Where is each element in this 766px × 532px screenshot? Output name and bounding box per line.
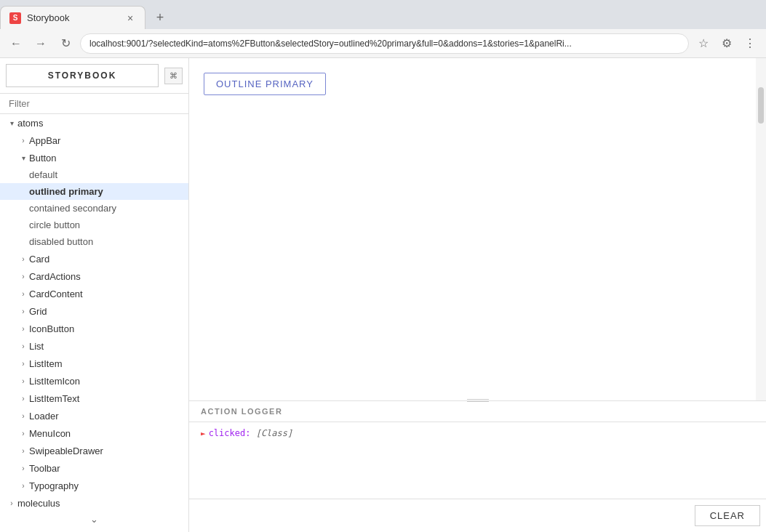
- sidebar-item-button[interactable]: ▾ Button: [0, 149, 188, 166]
- back-button[interactable]: ←: [6, 33, 26, 54]
- chevron-right-icon: ›: [17, 288, 29, 299]
- list-item-label: ListItem: [29, 358, 63, 369]
- sidebar-item-loader[interactable]: › Loader: [0, 407, 188, 424]
- toolbar-label: Toolbar: [29, 463, 60, 474]
- sidebar-item-list-item-text[interactable]: › ListItemText: [0, 390, 188, 407]
- default-story-label: default: [29, 169, 57, 180]
- scrollbar-thumb[interactable]: [758, 87, 764, 124]
- sidebar-item-card-content[interactable]: › CardContent: [0, 285, 188, 302]
- action-entry: ► clicked: [Class]: [201, 428, 754, 438]
- browser-window: S Storybook × + ← → ↻ localhost:9001/?se…: [0, 0, 766, 532]
- sidebar-item-card[interactable]: › Card: [0, 250, 188, 267]
- grid-label: Grid: [29, 306, 47, 317]
- sidebar-item-list-item-icon[interactable]: › ListItemIcon: [0, 372, 188, 390]
- atoms-label: atoms: [17, 118, 43, 129]
- chevron-right-icon: ›: [17, 375, 29, 387]
- tab-close-button[interactable]: ×: [124, 12, 136, 24]
- chevron-right-icon: ›: [17, 323, 29, 334]
- chevron-right-icon: ›: [17, 427, 29, 439]
- chevron-right-icon: ›: [6, 497, 17, 509]
- sidebar-item-swipeable-drawer[interactable]: › SwipeableDrawer: [0, 442, 188, 459]
- sidebar-item-grid[interactable]: › Grid: [0, 302, 188, 320]
- action-text: clicked: [Class]: [209, 428, 293, 438]
- scroll-down-indicator: ⌄: [0, 512, 188, 526]
- main-panel: OUTLINE PRIMARY ACTION LOGGER ►: [189, 58, 766, 532]
- chevron-right-icon: ›: [17, 445, 29, 456]
- app-body: STORYBOOK ⌘ ▾ atoms › AppBar: [0, 58, 766, 532]
- forward-button[interactable]: →: [31, 33, 51, 54]
- sidebar-header: STORYBOOK ⌘: [0, 58, 188, 94]
- vertical-scrollbar[interactable]: [756, 58, 766, 400]
- action-class: [Class]: [256, 428, 293, 438]
- chevron-down-icon: ▾: [6, 117, 17, 129]
- sidebar-item-typography[interactable]: › Typography: [0, 477, 188, 494]
- chevron-right-icon: ›: [17, 462, 29, 474]
- swipeable-drawer-label: SwipeableDrawer: [29, 446, 103, 456]
- sidebar-item-circle-button[interactable]: circle button: [0, 217, 188, 233]
- sidebar-item-default[interactable]: default: [0, 166, 188, 183]
- action-arrow-icon: ►: [201, 429, 206, 438]
- panel-divider: [189, 400, 766, 401]
- address-bar[interactable]: localhost:9001/?selectedKind=atoms%2FBut…: [80, 33, 689, 54]
- action-logger-footer: CLEAR: [189, 499, 766, 532]
- sidebar-item-toolbar[interactable]: › Toolbar: [0, 459, 188, 477]
- list-label: List: [29, 341, 44, 352]
- sidebar-item-disabled-button[interactable]: disabled button: [0, 233, 188, 250]
- chevron-right-icon: ›: [17, 392, 29, 404]
- storybook-button[interactable]: STORYBOOK: [6, 64, 159, 87]
- sidebar-item-atoms[interactable]: ▾ atoms: [0, 114, 188, 132]
- sidebar-item-list[interactable]: › List: [0, 337, 188, 355]
- scroll-down-button[interactable]: ⌄: [87, 512, 102, 526]
- tab-title: Storybook: [27, 12, 119, 23]
- bookmark-icon[interactable]: ☆: [693, 33, 714, 54]
- extensions-icon[interactable]: ⚙: [717, 33, 737, 54]
- filter-input[interactable]: [9, 98, 180, 109]
- tab-bar: S Storybook × +: [0, 0, 766, 29]
- new-tab-button[interactable]: +: [148, 6, 172, 29]
- moleculus-label: moleculus: [17, 498, 60, 509]
- chevron-right-icon: ›: [17, 253, 29, 265]
- icon-button-label: IconButton: [29, 323, 74, 334]
- typography-label: Typography: [29, 480, 79, 491]
- address-text: localhost:9001/?selectedKind=atoms%2FBut…: [89, 39, 572, 49]
- loader-label: Loader: [29, 411, 58, 422]
- reload-button[interactable]: ↻: [55, 33, 76, 54]
- menu-icon[interactable]: ⋮: [740, 33, 760, 54]
- chevron-right-icon: ›: [17, 134, 29, 146]
- sidebar-item-contained-secondary[interactable]: contained secondary: [0, 200, 188, 217]
- tab-favicon: S: [9, 12, 21, 24]
- sidebar-item-menu-icon[interactable]: › MenuIcon: [0, 424, 188, 442]
- action-logger: ACTION LOGGER ► clicked: [Class] CLEAR: [189, 401, 766, 532]
- filter-area: [0, 94, 188, 114]
- browser-tab[interactable]: S Storybook ×: [0, 6, 145, 29]
- action-logger-body: ► clicked: [Class]: [189, 422, 766, 499]
- chevron-right-icon: ›: [17, 340, 29, 352]
- disabled-button-label: disabled button: [29, 236, 93, 247]
- chevron-right-icon: ›: [17, 410, 29, 422]
- appbar-label: AppBar: [29, 135, 60, 146]
- sidebar-item-outlined-primary[interactable]: outlined primary: [0, 183, 188, 200]
- sidebar-item-appbar[interactable]: › AppBar: [0, 132, 188, 149]
- card-actions-label: CardActions: [29, 271, 81, 282]
- circle-button-label: circle button: [29, 219, 80, 230]
- menu-icon-label: MenuIcon: [29, 428, 71, 439]
- card-content-label: CardContent: [29, 289, 83, 299]
- chevron-right-icon: ›: [17, 358, 29, 369]
- chevron-right-icon: ›: [17, 305, 29, 317]
- action-keyword: clicked:: [209, 428, 251, 438]
- chevron-right-icon: ›: [17, 480, 29, 491]
- outlined-primary-label: outlined primary: [29, 186, 103, 197]
- resize-handle[interactable]: [463, 396, 492, 405]
- sidebar-item-card-actions[interactable]: › CardActions: [0, 267, 188, 285]
- chevron-down-icon: ▾: [17, 152, 29, 164]
- sidebar-item-moleculus[interactable]: › moleculus: [0, 494, 188, 512]
- clear-button[interactable]: CLEAR: [695, 505, 760, 526]
- nav-icons: ☆ ⚙ ⋮: [693, 33, 760, 54]
- sidebar: STORYBOOK ⌘ ▾ atoms › AppBar: [0, 58, 189, 532]
- sidebar-tree: ▾ atoms › AppBar ▾ Button default: [0, 114, 188, 532]
- sidebar-item-list-item[interactable]: › ListItem: [0, 355, 188, 372]
- card-label: Card: [29, 254, 49, 265]
- sidebar-item-icon-button[interactable]: › IconButton: [0, 320, 188, 337]
- nav-bar: ← → ↻ localhost:9001/?selectedKind=atoms…: [0, 29, 766, 58]
- outline-primary-button[interactable]: OUTLINE PRIMARY: [204, 73, 326, 95]
